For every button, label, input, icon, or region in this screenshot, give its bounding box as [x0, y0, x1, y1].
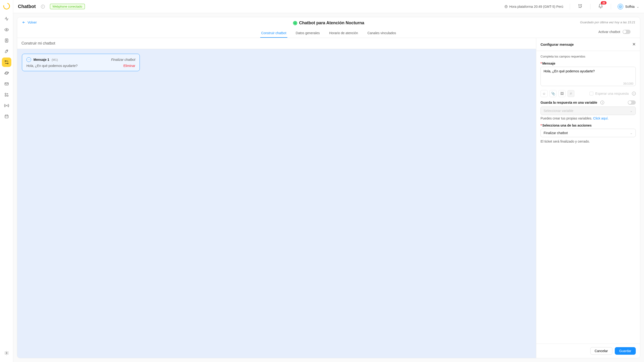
sidebar-eye-icon[interactable]	[2, 25, 11, 34]
message-title: Mensaje 1	[34, 58, 49, 62]
builder-area: Construir mi chatbot Mensaje 1 (M1) Fina…	[17, 38, 536, 358]
saved-label: Guardado por última vez hoy a las 15:21	[580, 20, 635, 24]
connection-badge: Webphone conectado	[50, 4, 85, 9]
action-select-value: Finalizar chatbot	[544, 131, 568, 135]
divider	[590, 4, 590, 10]
save-button[interactable]: Guardar	[615, 347, 636, 355]
wait-response-label: Esperar una respuesta	[595, 92, 629, 96]
tab-datos-generales[interactable]: Datos generales	[295, 29, 321, 38]
emoji-icon[interactable]: ☺	[540, 90, 548, 97]
char-count: 36/1000	[623, 82, 634, 85]
message-input[interactable]	[540, 67, 636, 86]
svg-point-4	[5, 60, 6, 62]
tab-horario[interactable]: Horario de atención	[328, 29, 359, 38]
save-variable-toggle[interactable]	[628, 100, 636, 105]
builder-heading: Construir mi chatbot	[17, 38, 536, 49]
svg-point-20	[580, 6, 580, 6]
tab-canales[interactable]: Canales vinculados	[366, 29, 397, 38]
chevron-down-icon: ⌄	[636, 5, 639, 8]
sidebar	[0, 0, 13, 362]
sidebar-mail-icon[interactable]	[2, 79, 11, 88]
svg-point-16	[579, 4, 579, 5]
config-title: Configurar mensaje	[540, 42, 574, 46]
action-note: El ticket será finalizado y cerrado.	[540, 140, 636, 143]
notifications-icon[interactable]: 30	[597, 2, 604, 10]
whatsapp-icon	[293, 21, 297, 25]
hash-icon: #	[568, 90, 574, 97]
back-link[interactable]: Volver	[22, 20, 37, 24]
variable-select-placeholder: Seleccionar variable	[544, 109, 573, 113]
variable-select: Seleccionar variable ⌄	[540, 106, 636, 115]
sidebar-broadcast-icon[interactable]	[2, 101, 11, 110]
sidebar-calendar-icon[interactable]	[2, 112, 11, 121]
svg-point-2	[6, 40, 7, 40]
app-logo	[2, 2, 11, 10]
activate-label: Activar chatbot	[598, 30, 620, 34]
chevron-down-icon: ⌄	[630, 131, 633, 135]
svg-point-21	[581, 6, 582, 6]
variable-hint: Puedes crear tus propias variables. Clic…	[540, 116, 636, 120]
platform-time: Hora plataforma 20:49 (GMT-5) Perú	[504, 5, 564, 8]
divider	[611, 4, 611, 10]
svg-rect-13	[5, 115, 8, 118]
back-label: Volver	[28, 20, 37, 24]
sidebar-apps-icon[interactable]	[2, 90, 11, 100]
info-icon[interactable]: i	[600, 101, 604, 104]
sidebar-contact-icon[interactable]	[2, 36, 11, 45]
tab-construir[interactable]: Construir chatbot	[260, 29, 287, 38]
sidebar-flow-icon[interactable]	[2, 58, 11, 67]
svg-point-17	[580, 4, 580, 5]
activate-toggle[interactable]	[622, 30, 630, 34]
svg-point-0	[6, 29, 7, 30]
config-helper: Completa los campos requeridos	[540, 55, 636, 58]
user-menu[interactable]: Sofhia ⌄	[618, 4, 639, 10]
user-name: Sofhia	[625, 5, 634, 8]
svg-point-14	[6, 352, 7, 354]
globe-icon	[504, 5, 508, 8]
svg-point-18	[581, 4, 582, 5]
create-variable-link[interactable]: Click aquí.	[593, 116, 608, 120]
sidebar-activity-icon[interactable]	[2, 14, 11, 24]
info-icon[interactable]: i	[632, 92, 636, 96]
config-panel: Configurar mensaje ✕ Completa los campos…	[536, 38, 640, 358]
avatar-icon	[618, 4, 623, 10]
sidebar-rocket-icon[interactable]	[2, 47, 11, 56]
info-icon[interactable]: i	[41, 5, 45, 8]
svg-point-3	[6, 50, 7, 51]
cancel-button[interactable]: Cancelar	[590, 347, 612, 355]
sub-header: Volver Chatbot para Atención Nocturna Gu…	[17, 17, 640, 38]
message-field-label: *Mensaje	[540, 62, 636, 65]
svg-rect-8	[5, 83, 8, 85]
dialpad-icon[interactable]	[576, 2, 584, 10]
save-variable-label: Guarda la respuesta en una variable	[540, 101, 597, 104]
message-delete-button[interactable]: Eliminar	[123, 64, 135, 68]
attachment-icon[interactable]: 📎	[550, 90, 556, 97]
notification-count: 30	[601, 1, 606, 4]
sidebar-planet-icon[interactable]	[2, 68, 11, 78]
divider	[570, 4, 570, 10]
wait-response-checkbox[interactable]	[590, 92, 593, 96]
svg-point-12	[6, 105, 7, 106]
message-card[interactable]: Mensaje 1 (M1) Finalizar chatbot Hola, ¿…	[22, 54, 140, 71]
sidebar-settings-icon[interactable]	[2, 348, 11, 358]
chatbot-name: Chatbot para Atención Nocturna	[299, 20, 364, 26]
svg-rect-11	[7, 95, 8, 96]
message-text: Hola, ¿En qué podemos ayudarte?	[26, 64, 78, 68]
svg-rect-10	[5, 95, 6, 96]
svg-rect-9	[5, 93, 6, 94]
message-action-label: Finalizar chatbot	[111, 58, 135, 62]
svg-point-19	[579, 6, 579, 6]
platform-time-label: Hora plataforma 20:49 (GMT-5) Perú	[510, 5, 564, 8]
chevron-down-icon: ⌄	[630, 109, 633, 113]
message-code: (M1)	[52, 58, 58, 62]
action-field-label: *Selecciona una de las acciones	[540, 124, 636, 127]
arrow-left-icon	[22, 20, 26, 24]
close-icon[interactable]: ✕	[632, 42, 636, 47]
app-title: Chatbot	[18, 4, 36, 9]
message-icon	[26, 57, 31, 62]
image-icon[interactable]: 🖼	[558, 90, 566, 97]
action-select[interactable]: Finalizar chatbot ⌄	[540, 129, 636, 137]
svg-point-5	[7, 63, 8, 64]
svg-point-7	[4, 72, 9, 74]
svg-point-22	[619, 5, 622, 8]
